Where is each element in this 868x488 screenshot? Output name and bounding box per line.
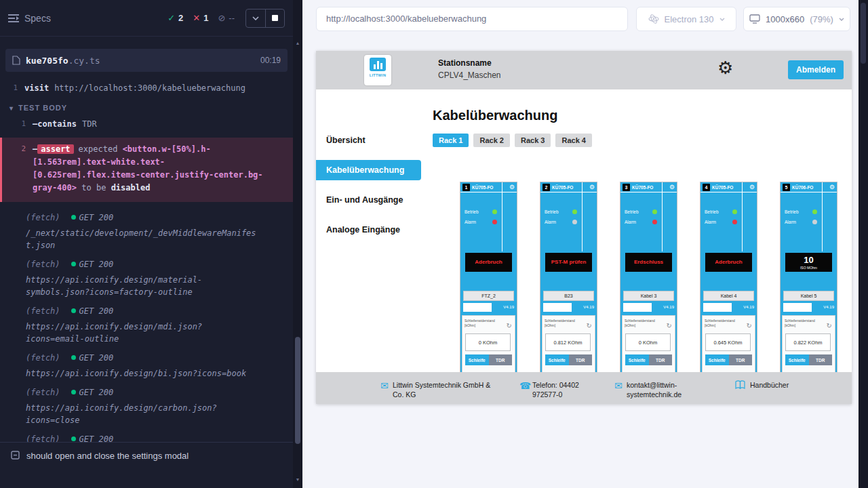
device-gear-icon[interactable]: ⚙ — [669, 184, 675, 190]
contact-email[interactable]: kontakt@littwin-systemtechnik.de — [627, 380, 705, 399]
card-divider — [822, 182, 823, 251]
cable-name: FTZ_2 — [463, 291, 514, 301]
scroll-up-icon[interactable]: ▲ — [293, 41, 302, 45]
tdr-button[interactable]: TDR — [489, 354, 513, 365]
blank-field — [463, 303, 492, 312]
nav-item-ein-und-ausgaenge[interactable]: Ein- und Ausgänge — [316, 190, 421, 210]
next-test-title: should open and close the settings modal — [26, 451, 189, 461]
tab-rack-2[interactable]: Rack 2 — [473, 134, 509, 147]
tdr-button[interactable]: TDR — [729, 354, 753, 365]
card-header: 1KÜ705-FO⚙ — [460, 182, 517, 192]
alarm-led — [572, 220, 577, 224]
settings-gear-icon[interactable]: ⚙ — [717, 59, 733, 77]
fetch-status: GET 200 — [79, 353, 114, 363]
station-value: CPLV4_Maschen — [438, 70, 501, 80]
alarm-label: Alarm — [465, 220, 476, 224]
schleife-button[interactable]: Schleife — [625, 354, 649, 365]
tab-rack-4[interactable]: Rack 4 — [555, 134, 591, 147]
schleife-button[interactable]: Schleife — [465, 354, 489, 365]
tdr-button[interactable]: TDR — [569, 354, 593, 365]
alarm-row: Alarm — [545, 220, 577, 224]
url-input[interactable]: http://localhost:3000/kabelueberwachung — [316, 7, 628, 31]
card-divider — [582, 182, 583, 251]
specs-menu-icon[interactable] — [8, 14, 19, 23]
littwin-logo-text: LITTWIN — [370, 73, 386, 77]
viewport-zoom: (79%) — [810, 14, 833, 24]
browser-select[interactable]: Electron 130 — [636, 7, 736, 31]
betrieb-led — [812, 209, 817, 214]
firmware-version: V4.19 — [583, 305, 594, 309]
scrollbar-thumb[interactable] — [295, 337, 300, 444]
spec-duration: 00:19 — [260, 56, 281, 65]
card-header: 2KÜ705-FO⚙ — [540, 182, 597, 192]
refresh-icon[interactable]: ↻ — [827, 323, 832, 329]
schleife-button[interactable]: Schleife — [705, 354, 729, 365]
scrollbar-thumb[interactable] — [861, 3, 866, 64]
spec-file-row[interactable]: kue705fo.cy.ts 00:19 — [5, 49, 288, 72]
assert-state: disabled — [111, 183, 151, 192]
assert-expected: expected — [79, 144, 118, 154]
device-gear-icon[interactable]: ⚙ — [829, 184, 835, 190]
alarm-led — [812, 220, 817, 224]
refresh-icon[interactable]: ↻ — [747, 323, 752, 329]
refresh-icon[interactable]: ↻ — [507, 323, 512, 329]
nav-item-label: Analoge Eingänge — [326, 225, 400, 235]
specs-label[interactable]: Specs — [24, 13, 51, 24]
fetch-url: https://api.iconify.design/carbon.json?i… — [26, 402, 256, 426]
schleife-button[interactable]: Schleife — [785, 354, 809, 365]
tdr-button[interactable]: TDR — [809, 354, 833, 365]
betrieb-row: Betrieb — [705, 209, 737, 214]
next-test-row[interactable]: should open and close the settings modal — [0, 442, 293, 488]
passed-count: 2 — [178, 13, 183, 23]
device-gear-icon[interactable]: ⚙ — [589, 184, 595, 190]
app-footer: ✉ Littwin Systemtechnik GmbH & Co. KG ☎ … — [316, 372, 852, 404]
refresh-icon[interactable]: ↻ — [667, 323, 672, 329]
contains-command-row[interactable]: 1 –containsTDR — [0, 116, 293, 133]
tab-rack-1[interactable]: Rack 1 — [433, 134, 469, 147]
window-scrollbar — [859, 0, 868, 488]
refresh-icon[interactable]: ↻ — [587, 323, 592, 329]
tab-rack-3[interactable]: Rack 3 — [515, 134, 551, 147]
command-arg: http://localhost:3000/kabelueberwachung — [54, 83, 245, 93]
manuals-link[interactable]: Handbücher — [750, 380, 789, 390]
collapse-tests-button[interactable] — [246, 9, 265, 27]
visit-command-row[interactable]: 1 visithttp://localhost:3000/kabelueberw… — [0, 80, 293, 97]
nav-item-kabelueberwachung[interactable]: Kabelüberwachung — [316, 160, 421, 180]
scroll-down-icon[interactable]: ▼ — [293, 477, 302, 482]
suite-header[interactable]: ▾TEST BODY — [0, 97, 293, 116]
status-display: Aderbruch — [705, 253, 752, 272]
fetch-status: GET 200 — [79, 213, 114, 222]
cypress-reporter: Specs ✓2 ✕1 ⊘-- kue705fo.cy.ts 00:19 1 v… — [0, 0, 293, 488]
device-number-badge: 3 — [623, 184, 630, 191]
command-arg: TDR — [82, 119, 97, 129]
app-header: LITTWIN Stationsname CPLV4_Maschen ⚙ Abm… — [316, 51, 852, 89]
app-under-test: LITTWIN Stationsname CPLV4_Maschen ⚙ Abm… — [316, 51, 852, 404]
logout-button[interactable]: Abmelden — [788, 60, 844, 79]
device-gear-icon[interactable]: ⚙ — [509, 184, 515, 190]
fetch-label: (fetch) — [26, 306, 60, 316]
command-name: contains — [37, 119, 77, 129]
command-name: visit — [24, 83, 49, 93]
failed-assert-row[interactable]: 2 –assertexpected <button.w-[50%].h-[1.5… — [0, 138, 293, 202]
firmware-version: V4.19 — [503, 305, 514, 309]
nav-item-uebersicht[interactable]: Übersicht — [316, 130, 421, 150]
fetch-status: GET 200 — [79, 388, 114, 397]
cable-name: B23 — [543, 291, 594, 301]
viewport-select[interactable]: 1000x660 (79%) — [743, 7, 850, 31]
device-gear-icon[interactable]: ⚙ — [749, 184, 755, 190]
chevron-down-icon — [839, 18, 844, 21]
betrieb-led — [492, 209, 497, 214]
check-icon: ✓ — [167, 13, 175, 23]
nav-item-analoge-eingaenge[interactable]: Analoge Eingänge — [316, 220, 421, 240]
device-number-badge: 4 — [703, 184, 710, 191]
status-subtext: ISO MOhm — [800, 266, 817, 270]
pending-count: -- — [229, 13, 235, 23]
chevron-down-icon: ▾ — [9, 104, 14, 112]
stop-button[interactable] — [265, 9, 284, 27]
spec-name: kue705fo.cy.ts — [26, 56, 100, 66]
tdr-button[interactable]: TDR — [649, 354, 673, 365]
betrieb-label: Betrieb — [785, 209, 799, 214]
schleife-button[interactable]: Schleife — [545, 354, 569, 365]
assert-message: –assertexpected <button.w-[50%].h-[1.563… — [33, 143, 271, 195]
status-text: PST-M prüfen — [551, 259, 587, 265]
